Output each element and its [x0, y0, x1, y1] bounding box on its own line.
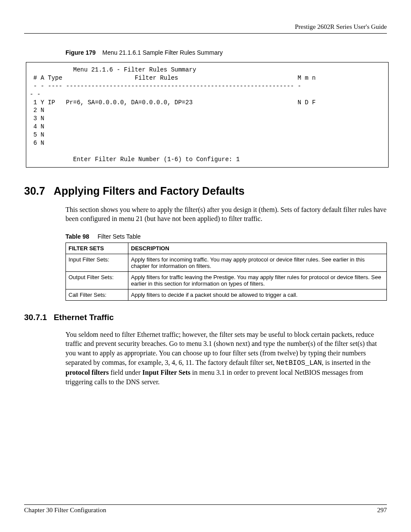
filter-sets-table: FILTER SETS DESCRIPTION Input Filter Set…	[65, 243, 387, 301]
running-header: Prestige 2602R Series User's Guide	[24, 23, 387, 31]
footer-rule	[24, 504, 387, 505]
page-footer: Chapter 30 Filter Configuration 297	[24, 504, 387, 514]
cell-filter-set-desc: Apply filters to decide if a packet shou…	[128, 289, 387, 300]
table-row: Output Filter Sets: Apply filters for tr…	[66, 271, 387, 289]
section-number: 30.7	[24, 185, 45, 197]
subsection-number: 30.7.1	[24, 313, 47, 322]
section-30-7-body: This section shows you where to apply th…	[65, 205, 387, 224]
figure-caption: Figure 179 Menu 21.1.6.1 Sample Filter R…	[65, 49, 387, 56]
footer-chapter: Chapter 30 Filter Configuration	[24, 507, 106, 514]
table-header-description: DESCRIPTION	[128, 243, 387, 254]
figure-title: Menu 21.1.6.1 Sample Filter Rules Summar…	[103, 49, 223, 56]
cell-filter-set-desc: Apply filters for traffic leaving the Pr…	[128, 271, 387, 289]
cell-filter-set-name: Output Filter Sets:	[66, 271, 128, 289]
table-header-row: FILTER SETS DESCRIPTION	[66, 243, 387, 254]
table-header-filter-sets: FILTER SETS	[66, 243, 128, 254]
body-text: field under	[109, 369, 143, 376]
footer-page-number: 297	[377, 507, 387, 514]
table-caption: Table 98 Filter Sets Table	[65, 233, 387, 240]
section-heading-30-7: 30.7 Applying Filters and Factory Defaul…	[24, 185, 387, 197]
table-label: Table 98	[65, 233, 89, 240]
cell-filter-set-name: Call Filter Sets:	[66, 289, 128, 300]
table-title: Filter Sets Table	[97, 233, 140, 240]
table-row: Input Filter Sets: Apply filters for inc…	[66, 254, 387, 271]
subsection-title: Ethernet Traffic	[54, 313, 114, 322]
section-heading-30-7-1: 30.7.1 Ethernet Traffic	[24, 313, 387, 322]
header-rule	[24, 33, 387, 34]
terminal-text: Menu 21.1.6 - Filter Rules Summary # A T…	[30, 66, 387, 164]
figure-label: Figure 179	[65, 49, 96, 56]
table-row: Call Filter Sets: Apply filters to decid…	[66, 289, 387, 300]
bold-text: protocol filters	[65, 369, 109, 376]
cell-filter-set-desc: Apply filters for incoming traffic. You …	[128, 254, 387, 271]
terminal-screen: Menu 21.1.6 - Filter Rules Summary # A T…	[26, 62, 389, 168]
section-title: Applying Filters and Factory Defaults	[54, 185, 245, 197]
code-inline: NetBIOS_LAN	[276, 359, 322, 367]
cell-filter-set-name: Input Filter Sets:	[66, 254, 128, 271]
body-text: , is inserted in the	[322, 359, 371, 366]
section-30-7-1-body: You seldom need to filter Ethernet traff…	[65, 330, 387, 387]
bold-text: Input Filter Sets	[142, 369, 190, 376]
